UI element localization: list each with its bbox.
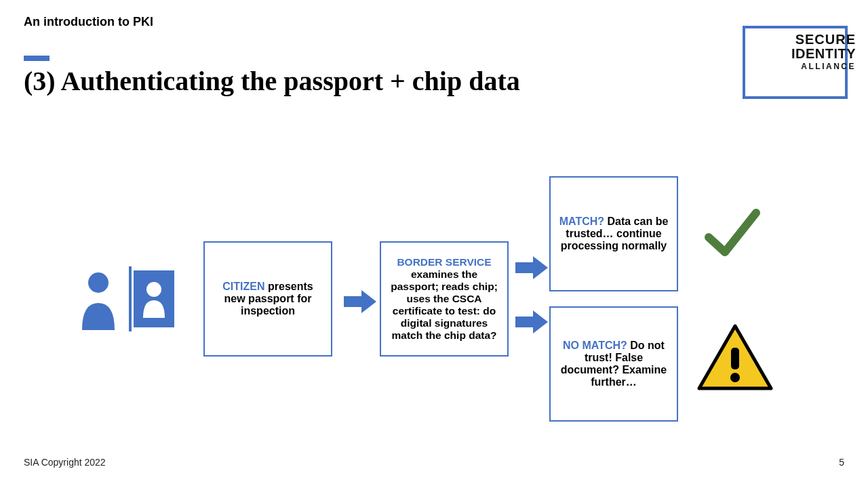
box-nomatch: NO MATCH? Do not trust! False document? … [549, 306, 678, 422]
box-citizen-text: CITIZEN presents new passport for inspec… [213, 281, 323, 317]
svg-marker-4 [344, 290, 376, 313]
svg-marker-5 [515, 256, 548, 279]
box-nomatch-label: NO MATCH? [563, 340, 627, 351]
footer-copyright: SIA Copyright 2022 [24, 457, 106, 468]
accent-bar [24, 56, 50, 61]
logo-line1: SECURE [791, 33, 856, 47]
arrow-border-to-match [515, 256, 548, 279]
box-border-body: examines the passport; reads chip; uses … [391, 268, 498, 341]
header-label: An introduction to PKI [24, 15, 153, 29]
box-citizen-label: CITIZEN [222, 281, 264, 292]
logo-line2: IDENTITY [791, 47, 856, 61]
box-match-text: MATCH? Data can be trusted… continue pro… [559, 216, 669, 252]
box-match-label: MATCH? [559, 216, 604, 227]
footer-page-number: 5 [839, 457, 844, 468]
box-match: MATCH? Data can be trusted… continue pro… [549, 176, 678, 291]
svg-point-3 [146, 282, 161, 297]
logo-text: SECURE IDENTITY ALLIANCE [791, 33, 856, 73]
warning-icon [695, 322, 775, 396]
box-border: BORDER SERVICE examines the passport; re… [380, 241, 509, 357]
svg-point-0 [88, 272, 108, 293]
svg-rect-2 [134, 270, 174, 327]
flow-diagram: CITIZEN presents new passport for inspec… [78, 176, 841, 447]
page-title: (3) Authenticating the passport + chip d… [24, 65, 520, 97]
divider-icon [127, 266, 134, 331]
box-nomatch-text: NO MATCH? Do not trust! False document? … [559, 340, 669, 388]
svg-rect-8 [731, 348, 739, 369]
svg-point-9 [730, 373, 740, 382]
svg-marker-6 [515, 310, 548, 333]
svg-rect-1 [129, 266, 132, 331]
box-border-label: BORDER SERVICE [397, 256, 491, 268]
arrow-border-to-nomatch [515, 310, 548, 333]
box-citizen: CITIZEN presents new passport for inspec… [203, 241, 332, 357]
checkmark-icon [702, 203, 763, 267]
person-icon [78, 268, 127, 330]
arrow-citizen-to-border [344, 290, 376, 313]
id-card-icon [134, 270, 174, 327]
citizen-icons [78, 266, 174, 331]
logo-line3: ALLIANCE [791, 61, 856, 73]
box-border-text: BORDER SERVICE examines the passport; re… [389, 256, 499, 342]
